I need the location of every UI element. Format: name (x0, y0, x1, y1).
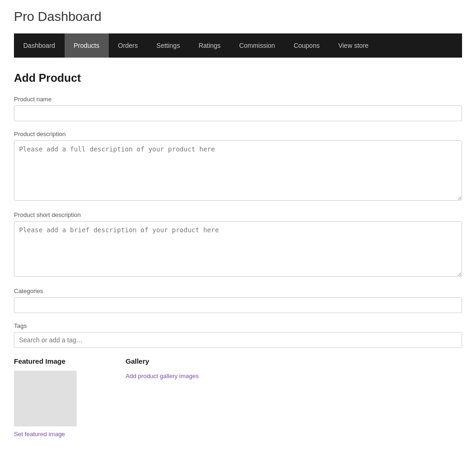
nav-item-ratings[interactable]: Ratings (189, 33, 230, 58)
product-short-description-textarea[interactable] (14, 221, 462, 277)
featured-image-placeholder (14, 371, 77, 426)
gallery-heading: Gallery (126, 357, 462, 365)
featured-image-column: Featured Image Set featured image (14, 357, 107, 438)
nav-bar: Dashboard Products Orders Settings Ratin… (14, 33, 462, 58)
add-product-section: Add Product Product name Product descrip… (14, 72, 462, 438)
product-short-description-label: Product short description (14, 211, 462, 218)
add-product-heading: Add Product (14, 72, 462, 85)
tags-group: Tags (14, 322, 462, 348)
page-title: Pro Dashboard (14, 9, 462, 24)
categories-group: Categories (14, 288, 462, 313)
tags-input[interactable] (14, 332, 462, 348)
nav-item-settings[interactable]: Settings (147, 33, 190, 58)
featured-image-heading: Featured Image (14, 357, 107, 365)
product-name-input[interactable] (14, 105, 462, 121)
add-gallery-images-link[interactable]: Add product gallery images (126, 373, 199, 379)
nav-item-coupons[interactable]: Coupons (284, 33, 329, 58)
nav-item-dashboard[interactable]: Dashboard (14, 33, 65, 58)
nav-item-view-store[interactable]: View store (329, 33, 378, 58)
set-featured-image-link[interactable]: Set featured image (14, 431, 65, 438)
nav-item-orders[interactable]: Orders (109, 33, 147, 58)
categories-label: Categories (14, 288, 462, 294)
nav-item-commission[interactable]: Commission (230, 33, 284, 58)
product-description-group: Product description (14, 131, 462, 202)
tags-label: Tags (14, 322, 462, 329)
product-short-description-group: Product short description (14, 211, 462, 278)
product-name-group: Product name (14, 96, 462, 121)
product-description-label: Product description (14, 131, 462, 137)
categories-input[interactable] (14, 297, 462, 313)
nav-item-products[interactable]: Products (65, 33, 109, 58)
product-name-label: Product name (14, 96, 462, 103)
image-section: Featured Image Set featured image Galler… (14, 357, 462, 438)
product-description-textarea[interactable] (14, 140, 462, 201)
gallery-column: Gallery Add product gallery images (126, 357, 462, 438)
